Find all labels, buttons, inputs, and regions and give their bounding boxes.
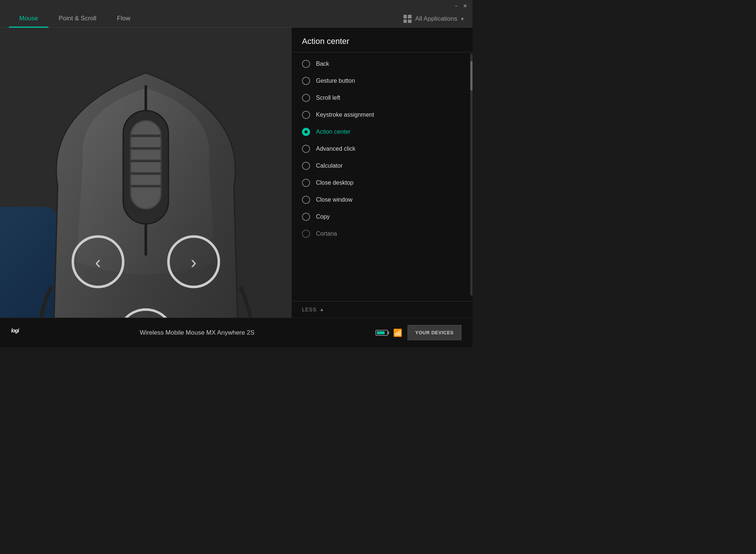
radio-gesture[interactable] [302, 77, 310, 85]
bluetooth-icon: 📶 [393, 328, 402, 337]
less-button[interactable]: LESS ▲ [292, 301, 472, 318]
battery-body [375, 330, 388, 336]
title-bar: − ✕ [449, 0, 472, 12]
action-advanced-click-label: Advanced click [316, 146, 355, 152]
tab-flow[interactable]: Flow [107, 10, 141, 28]
action-center-label: Action center [316, 129, 350, 135]
svg-text:›: › [191, 252, 197, 272]
action-center-title: Action center [292, 28, 472, 52]
radio-close-window[interactable] [302, 196, 310, 204]
action-item-advanced-click[interactable]: Advanced click [292, 140, 472, 157]
nav-tabs: Mouse Point & Scroll Flow [9, 10, 403, 27]
content-area: ‹ › logi [0, 28, 472, 318]
apps-grid-icon[interactable] [403, 15, 412, 23]
radio-calculator[interactable] [302, 162, 310, 170]
svg-text:‹: ‹ [95, 252, 101, 272]
action-close-window-label: Close window [316, 196, 353, 203]
radio-back[interactable] [302, 60, 310, 68]
action-item-action-center[interactable]: Action center [292, 123, 472, 140]
tab-point-scroll[interactable]: Point & Scroll [48, 10, 107, 28]
radio-action-center[interactable] [302, 128, 310, 136]
action-gesture-label: Gesture button [316, 78, 355, 84]
grid-cell-3 [403, 20, 407, 23]
action-item-close-window[interactable]: Close window [292, 191, 472, 208]
action-item-back[interactable]: Back [292, 55, 472, 72]
tab-mouse[interactable]: Mouse [9, 10, 48, 28]
action-list: Back Gesture button Scroll left Keystrok… [292, 52, 472, 301]
mouse-illustration: ‹ › logi [7, 35, 284, 318]
nav-right: All Applications ▾ [403, 15, 464, 27]
svg-rect-1 [131, 121, 161, 209]
grid-cell-2 [408, 15, 412, 18]
device-name: Wireless Mobile Mouse MX Anywhere 2S [26, 329, 368, 336]
logo-text: logi [11, 327, 19, 333]
radio-scroll-left[interactable] [302, 94, 310, 102]
action-back-label: Back [316, 61, 329, 67]
action-close-desktop-label: Close desktop [316, 179, 353, 186]
less-label: LESS [302, 307, 317, 312]
action-item-cortana[interactable]: Cortana [292, 225, 472, 242]
minimize-button[interactable]: − [453, 3, 459, 9]
action-item-keystroke[interactable]: Keystroke assignment [292, 106, 472, 123]
action-keystroke-label: Keystroke assignment [316, 112, 374, 118]
action-item-close-desktop[interactable]: Close desktop [292, 174, 472, 191]
action-item-scroll-left[interactable]: Scroll left [292, 89, 472, 106]
all-applications-label[interactable]: All Applications [415, 15, 457, 23]
battery-icon [375, 330, 388, 336]
radio-close-desktop[interactable] [302, 179, 310, 187]
close-button[interactable]: ✕ [462, 3, 468, 9]
your-devices-button[interactable]: YOUR DEVICES [408, 325, 461, 340]
scrollbar-thumb[interactable] [470, 61, 472, 90]
action-copy-label: Copy [316, 213, 330, 220]
radio-copy[interactable] [302, 213, 310, 221]
grid-cell-1 [403, 15, 407, 18]
logi-logo: logi [11, 327, 19, 339]
radio-cortana[interactable] [302, 230, 310, 238]
mouse-container: ‹ › logi [7, 35, 284, 318]
action-item-copy[interactable]: Copy [292, 208, 472, 225]
battery-fill [377, 331, 385, 334]
radio-advanced-click[interactable] [302, 145, 310, 153]
footer: logi Wireless Mobile Mouse MX Anywhere 2… [0, 318, 472, 347]
grid-cell-4 [408, 20, 412, 23]
action-scroll-left-label: Scroll left [316, 95, 340, 101]
action-calculator-label: Calculator [316, 163, 343, 169]
chevron-down-icon[interactable]: ▾ [461, 16, 464, 22]
chevron-up-icon: ▲ [320, 307, 324, 312]
action-item-calculator[interactable]: Calculator [292, 157, 472, 174]
action-cortana-label: Cortana [316, 230, 337, 237]
right-panel: Action center Back Gesture button Scroll… [292, 28, 472, 318]
left-panel: ‹ › logi [0, 28, 292, 318]
radio-keystroke[interactable] [302, 111, 310, 119]
nav-header: Mouse Point & Scroll Flow All Applicatio… [0, 0, 472, 28]
scrollbar-track[interactable] [470, 54, 472, 295]
footer-icons: 📶 YOUR DEVICES [375, 325, 461, 340]
app-window: − ✕ Mouse Point & Scroll Flow All Applic… [0, 0, 472, 347]
action-item-gesture-button[interactable]: Gesture button [292, 72, 472, 89]
